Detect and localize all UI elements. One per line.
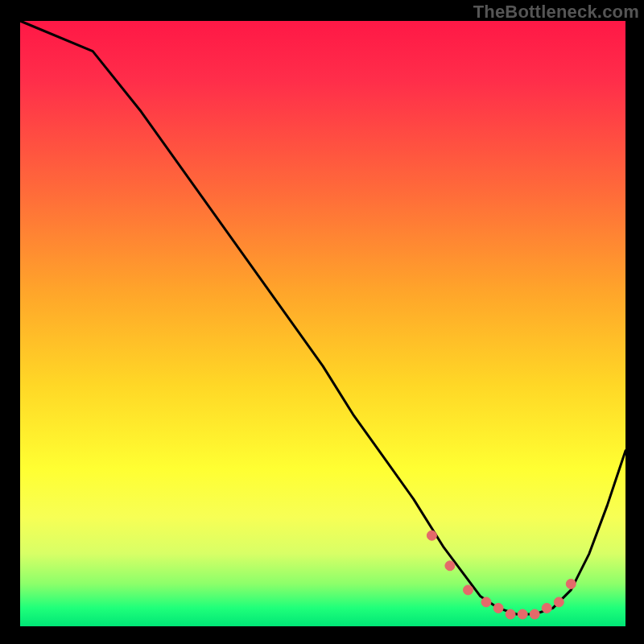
curve-marker (530, 609, 539, 619)
curve-marker (464, 585, 473, 595)
curve-marker (427, 530, 436, 540)
curve-marker (518, 609, 527, 619)
curve-marker (506, 609, 515, 619)
curve-marker (554, 597, 564, 607)
bottleneck-curve-line (20, 21, 625, 614)
curve-marker (445, 561, 455, 571)
watermark-text: TheBottleneck.com (473, 2, 639, 23)
curve-marker (493, 603, 503, 613)
chart-frame: TheBottleneck.com (0, 0, 644, 644)
chart-svg (20, 21, 625, 626)
curve-marker (566, 579, 576, 588)
curve-marker (481, 597, 491, 607)
curve-marker (542, 603, 551, 613)
